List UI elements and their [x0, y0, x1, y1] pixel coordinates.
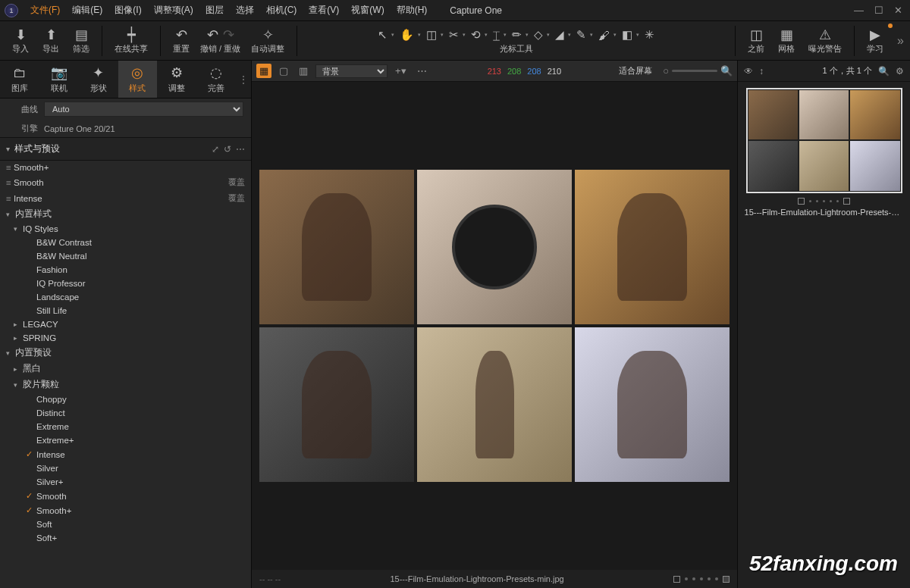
tab-adjust[interactable]: ⚙调整: [157, 61, 196, 98]
image-viewer[interactable]: [252, 82, 737, 570]
tree-group-builtin-presets[interactable]: ▾内置预设: [0, 345, 251, 361]
style-item[interactable]: Landscape: [0, 290, 251, 304]
layer-select[interactable]: 背景: [315, 64, 388, 78]
view-mode-multi-icon[interactable]: ▥: [296, 64, 311, 78]
reset-button[interactable]: ↶重置: [167, 25, 196, 56]
add-layer-icon[interactable]: +▾: [392, 64, 410, 78]
tree-group-spring[interactable]: ▸SPRING: [0, 331, 251, 345]
preset-item[interactable]: Silver+: [0, 475, 251, 489]
zoom-slider[interactable]: [672, 70, 717, 72]
export-button[interactable]: ⬆导出: [36, 25, 65, 56]
menu-image[interactable]: 图像(I): [108, 4, 147, 17]
preset-item[interactable]: Extreme+: [0, 433, 251, 447]
menu-help[interactable]: 帮助(H): [391, 4, 434, 17]
toolbar-overflow-icon[interactable]: »: [897, 34, 904, 48]
cursor-tools: ↖▾ ✋▾ ◫▾ ✂▾ ⟲▾ ⌶▾ ✏▾ ◇▾ ◢▾ ✎▾ 🖌▾ ◧▾ ✳: [375, 27, 657, 43]
exposure-warning-button[interactable]: ⚠曝光警告: [802, 25, 848, 56]
preset-item[interactable]: Extreme: [0, 420, 251, 433]
zoom-in-icon[interactable]: 🔍: [720, 65, 733, 77]
preset-item[interactable]: Choppy: [0, 393, 251, 406]
menu-layer[interactable]: 图层: [199, 4, 230, 17]
keystone-tool-icon[interactable]: ⌶: [491, 27, 502, 43]
spot-tool-icon[interactable]: ✏: [510, 27, 524, 43]
minimize-button[interactable]: —: [854, 5, 864, 16]
tree-group-iq-styles[interactable]: ▾IQ Styles: [0, 222, 251, 236]
rating-dots[interactable]: [673, 576, 730, 583]
import-button[interactable]: ⬇导入: [6, 25, 35, 56]
thumbnail[interactable]: [746, 88, 902, 193]
fit-screen-label[interactable]: 适合屏幕: [619, 65, 652, 77]
style-item[interactable]: IQ Professor: [0, 277, 251, 290]
eyedropper-tool-icon[interactable]: ✎: [574, 27, 588, 43]
tab-library[interactable]: 🗀图库: [0, 61, 39, 98]
preset-item[interactable]: Soft+: [0, 531, 251, 545]
undo-button[interactable]: ↶: [207, 27, 218, 43]
zoom-out-icon[interactable]: ○: [663, 65, 669, 77]
tree-group-legacy[interactable]: ▸LEGACY: [0, 317, 251, 331]
preset-item[interactable]: ≡Smooth覆盖: [0, 174, 251, 190]
menu-camera[interactable]: 相机(C): [260, 4, 303, 17]
thumb-rating[interactable]: [798, 198, 850, 205]
panel-expand-icon[interactable]: ⤢: [212, 144, 219, 155]
pointer-tool-icon[interactable]: ↖: [375, 27, 390, 43]
tabs-more-icon[interactable]: ⋮: [236, 61, 251, 98]
tree-group-bw[interactable]: ▸黑白: [0, 361, 251, 377]
preset-item[interactable]: ≡Intense覆盖: [0, 190, 251, 206]
mask-tool-icon[interactable]: ◢: [553, 27, 566, 43]
loupe-tool-icon[interactable]: ◫: [424, 27, 439, 43]
tab-refine[interactable]: ◌完善: [196, 61, 236, 98]
tree-group-builtin-styles[interactable]: ▾内置样式: [0, 206, 251, 222]
menu-file[interactable]: 文件(F): [24, 4, 66, 17]
preset-item[interactable]: Soft: [0, 518, 251, 531]
eye-icon[interactable]: 👁: [744, 66, 753, 77]
tab-shape[interactable]: ✦形状: [79, 61, 118, 98]
before-after-button[interactable]: ◫之前: [742, 25, 770, 56]
brush-tool-icon[interactable]: 🖌: [596, 27, 612, 43]
style-item[interactable]: B&W Neutral: [0, 249, 251, 263]
view-mode-grid-icon[interactable]: ▦: [256, 64, 271, 78]
preset-item[interactable]: Silver: [0, 461, 251, 475]
style-item[interactable]: Fashion: [0, 263, 251, 277]
preset-item[interactable]: ✓Intense: [0, 447, 251, 461]
menu-adjust[interactable]: 调整项(A): [148, 4, 199, 17]
curve-select[interactable]: Auto: [44, 102, 243, 117]
heal-tool-icon[interactable]: ◇: [532, 27, 545, 43]
rotate-tool-icon[interactable]: ⟲: [469, 27, 483, 43]
crop-tool-icon[interactable]: ✂: [447, 27, 461, 43]
share-button[interactable]: ┿在线共享: [108, 25, 154, 56]
view-mode-single-icon[interactable]: ▢: [276, 64, 291, 78]
tree-group-film-grain[interactable]: ▾胶片颗粒: [0, 377, 251, 393]
sort-icon[interactable]: ↕: [759, 66, 764, 77]
learn-button[interactable]: ▶学习: [861, 25, 890, 56]
preset-item[interactable]: ✓Smooth+: [0, 503, 251, 518]
redo-button[interactable]: ↷: [223, 27, 234, 43]
titlebar: 1 文件(F) 编辑(E) 图像(I) 调整项(A) 图层 选择 相机(C) 查…: [0, 0, 910, 21]
watermark: 52fanxing.com: [749, 552, 898, 576]
panel-reset-icon[interactable]: ↺: [224, 144, 231, 155]
preset-item[interactable]: ≡Smooth+: [0, 161, 251, 174]
process-icon[interactable]: ✳: [642, 27, 657, 43]
filter-button[interactable]: ▤筛选: [67, 25, 96, 56]
eraser-tool-icon[interactable]: ◧: [620, 27, 635, 43]
panel-more-icon[interactable]: ⋯: [236, 144, 245, 155]
settings-icon[interactable]: ⚙: [896, 66, 904, 77]
style-item[interactable]: Still Life: [0, 304, 251, 317]
menu-edit[interactable]: 编辑(E): [66, 4, 108, 17]
layer-more-icon[interactable]: ⋯: [414, 64, 430, 78]
menu-window[interactable]: 视窗(W): [345, 4, 390, 17]
auto-adjust-button[interactable]: ✧自动调整: [245, 25, 290, 56]
hand-tool-icon[interactable]: ✋: [397, 27, 416, 43]
rgb-g: 208: [507, 67, 521, 76]
grid-button[interactable]: ▦网格: [772, 25, 801, 56]
close-button[interactable]: ✕: [894, 5, 902, 16]
preset-item[interactable]: ✓Smooth: [0, 489, 251, 503]
styles-panel-header[interactable]: ▾ 样式与预设 ⤢ ↺ ⋯: [0, 137, 251, 161]
tab-tether[interactable]: 📷联机: [39, 61, 79, 98]
menu-view[interactable]: 查看(V): [303, 4, 345, 17]
style-item[interactable]: B&W Contrast: [0, 236, 251, 249]
maximize-button[interactable]: ☐: [874, 5, 883, 16]
search-icon[interactable]: 🔍: [878, 66, 890, 77]
preset-item[interactable]: Distinct: [0, 406, 251, 420]
tab-styles[interactable]: ◎样式: [118, 61, 158, 98]
menu-select[interactable]: 选择: [230, 4, 260, 17]
